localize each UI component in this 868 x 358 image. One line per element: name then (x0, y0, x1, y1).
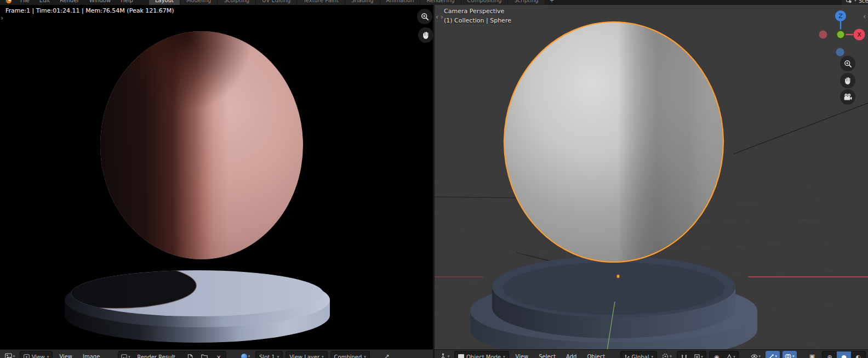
blender-logo-icon[interactable] (4, 0, 13, 4)
image-icon (121, 354, 127, 358)
image-pin-button[interactable]: ▾ (238, 351, 253, 358)
chevron-down-icon: ▾ (364, 355, 366, 358)
snap-toggle-button[interactable] (677, 351, 692, 358)
chevron-down-icon: ▾ (792, 355, 795, 358)
new-file-icon (187, 354, 193, 358)
menu-image-image[interactable]: Image (79, 351, 104, 358)
panel-collapse-arrow[interactable]: ‹ (436, 14, 438, 20)
gizmos-toggle[interactable]: ▾ (766, 351, 780, 358)
render-popout-button[interactable]: ↗ (380, 351, 394, 358)
menu-render[interactable]: Render (55, 0, 84, 3)
tab-shading[interactable]: Shading (345, 0, 380, 5)
zoom-button[interactable] (417, 9, 432, 24)
open-image-button[interactable] (197, 351, 212, 358)
image-editor-header: ▾ View ▾ View Image ▾ Render Result (0, 349, 433, 358)
snap-target-icon (694, 354, 700, 358)
render-pass-dropdown[interactable]: Combined ▾ (330, 351, 370, 358)
render-slot-dropdown[interactable]: Slot 1 ▾ (255, 351, 283, 358)
object-visibility-dropdown[interactable]: ▾ (749, 351, 763, 358)
tab-scripting[interactable]: Scripting (508, 0, 545, 5)
viewport-scene (435, 5, 868, 349)
menu-edit[interactable]: Edit (35, 0, 55, 3)
chevron-down-icon: ▾ (277, 355, 279, 358)
viewport-context-label: (1) Collection | Sphere (444, 16, 511, 25)
render-result-image (0, 5, 433, 349)
menu-window[interactable]: Window (84, 0, 116, 3)
viewport-zoom-button[interactable] (840, 56, 855, 71)
menu-help[interactable]: Help (116, 0, 138, 3)
interaction-mode-value: Object Mode (466, 354, 501, 358)
chevron-down-icon: ▾ (701, 355, 703, 358)
viewport-overlay-text: Camera Perspective (1) Collection | Sphe… (444, 7, 511, 25)
gizmo-arrow-icon (768, 354, 774, 358)
menu-viewport-add[interactable]: Add (562, 351, 580, 358)
view-layer-value: View Layer (289, 354, 319, 358)
gizmo-minus-x-ball (819, 31, 827, 39)
viewport-view-label: Camera Perspective (444, 7, 511, 16)
render-stats: Frame:1 | Time:01:24.11 | Mem:76.54M (Pe… (5, 7, 174, 14)
transform-orientation-dropdown[interactable]: Global ▾ (620, 351, 657, 358)
chevron-down-icon: ▾ (448, 355, 450, 358)
chevron-down-icon: ▾ (248, 355, 250, 358)
sidebar-expand-arrow-left[interactable]: › (1, 15, 3, 21)
tab-compositing[interactable]: Compositing (461, 0, 509, 5)
unlink-image-button[interactable]: × (212, 351, 226, 358)
scene-selector[interactable]: ▾ Scen (842, 0, 868, 5)
viewport-editor-icon (439, 353, 447, 358)
chevron-down-icon: ▾ (759, 355, 761, 358)
viewport-sphere[interactable] (504, 22, 723, 262)
tab-uv-editing[interactable]: UV Editing (256, 0, 297, 5)
shading-wireframe-button[interactable]: ⊕ (823, 351, 837, 358)
wireframe-icon: ⊕ (827, 354, 832, 358)
xray-icon: ▣ (809, 354, 815, 358)
image-editor-icon (5, 353, 12, 358)
scene-icon (846, 0, 852, 4)
hand-icon (844, 77, 852, 85)
image-mode-value: View (32, 354, 45, 358)
viewport-camera-button[interactable] (840, 89, 855, 105)
new-image-button[interactable] (183, 351, 197, 358)
menu-viewport-object[interactable]: Object (583, 351, 609, 358)
pan-button[interactable] (418, 27, 433, 43)
interaction-mode-dropdown[interactable]: Object Mode ▾ (454, 351, 509, 358)
material-preview-icon: ◐ (855, 354, 861, 358)
tab-rendering[interactable]: Rendering (420, 0, 461, 5)
transform-orientation-value: Global (632, 354, 649, 358)
tab-animation[interactable]: Animation (380, 0, 421, 5)
proportional-editing-toggle[interactable]: ◉ (710, 351, 724, 358)
gizmo-z-label: Z (838, 13, 843, 20)
image-mode-dropdown[interactable]: View ▾ (20, 351, 53, 358)
magnifier-plus-icon (421, 13, 429, 21)
menu-image-view[interactable]: View (55, 351, 76, 358)
add-workspace-button[interactable]: + (545, 0, 558, 5)
tab-sculpting[interactable]: Sculpting (218, 0, 256, 5)
editor-type-button[interactable]: ▾ (3, 351, 17, 358)
snap-settings-dropdown[interactable]: ▾ (692, 351, 706, 358)
overlays-toggle[interactable]: ▾ (783, 351, 797, 358)
image-datablock-name[interactable]: Render Result (133, 351, 183, 358)
editor-type-button[interactable]: ▾ (437, 351, 452, 358)
viewport-panel: Camera Perspective (1) Collection | Sphe… (435, 5, 868, 349)
navigation-gizmo[interactable]: Z X (813, 5, 868, 65)
proportional-falloff-dropdown[interactable]: ▾ (724, 351, 738, 358)
chevron-down-icon: ▾ (13, 355, 15, 358)
menu-viewport-select[interactable]: Select (535, 351, 559, 358)
tab-texture-paint[interactable]: Texture Paint (297, 0, 345, 5)
menu-file[interactable]: File (15, 0, 35, 3)
view-layer-dropdown[interactable]: View Layer ▾ (285, 351, 327, 358)
viewport-pedestal[interactable] (470, 256, 757, 349)
xray-toggle[interactable]: ▣ (805, 351, 819, 358)
tab-modeling[interactable]: Modeling (180, 0, 218, 5)
shading-material-button[interactable]: ◐ (851, 351, 865, 358)
chevron-down-icon: ▾ (854, 0, 856, 3)
chevron-down-icon: ▾ (503, 355, 505, 358)
pivot-point-icon (662, 353, 669, 358)
panel-expand-arrow[interactable]: › (441, 14, 443, 20)
shading-solid-button[interactable]: ● (837, 351, 851, 358)
magnet-icon (681, 354, 687, 358)
menu-viewport-view[interactable]: View (512, 351, 533, 358)
browse-image-button[interactable]: ▾ (118, 351, 133, 358)
pivot-point-dropdown[interactable]: ▾ (660, 351, 674, 358)
viewport-pan-button[interactable] (840, 73, 855, 88)
tab-layout[interactable]: Layout (149, 0, 180, 5)
